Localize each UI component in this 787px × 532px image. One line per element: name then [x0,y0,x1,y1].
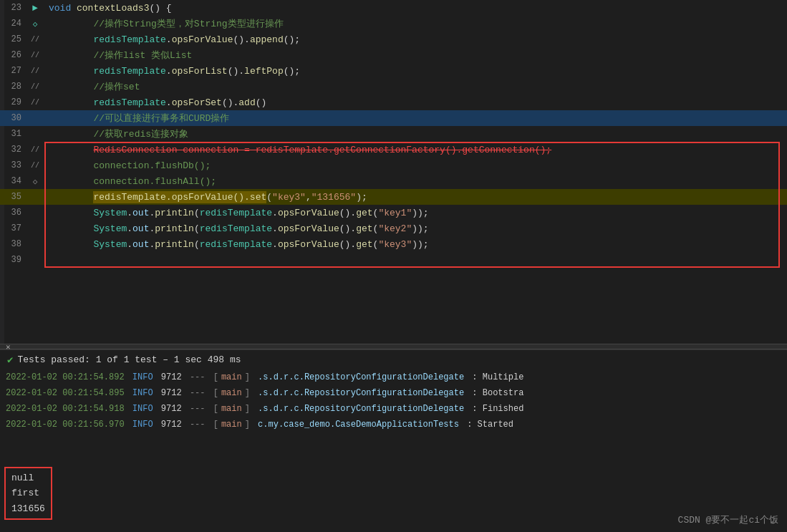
code-line: 32// RedisConnection connection = redisT… [0,142,787,158]
gutter-icon: // [27,36,43,44]
code-line: 39 [0,252,787,268]
result-output-box: nullfirst131656 [4,467,52,520]
gutter-icon: // [27,162,43,170]
tests-passed-label: Tests passed: 1 of 1 test – 1 sec 498 ms [17,354,241,365]
line-content: redisTemplate.opsForValue().append(); [43,34,787,45]
line-content: void contextLoads3() { [43,3,787,14]
line-content: System.out.println(redisTemplate.opsForV… [43,223,787,234]
console-area: 2022-01-02 00:21:54.892 INFO 9712 --- [m… [0,369,787,527]
line-content: //操作list 类似List [43,49,787,62]
line-content: //操作String类型，对String类型进行操作 [43,17,787,30]
line-content: connection.flushDb(); [43,160,787,171]
line-content: RedisConnection connection = redisTempla… [43,145,787,155]
gutter-icon: // [27,99,43,107]
code-line: 25// redisTemplate.opsForValue().append(… [0,32,787,47]
code-line: 38 System.out.println(redisTemplate.opsF… [0,236,787,252]
check-icon: ✔ [7,354,13,366]
code-line: 35 redisTemplate.opsForValue().set("key3… [0,189,787,205]
line-content: //可以直接进行事务和CURD操作 [43,112,787,125]
line-number: 26 [0,50,27,60]
line-number: 35 [0,192,27,202]
line-number: 25 [0,34,27,44]
gutter-icon: // [27,52,43,59]
code-line: 24◇ //操作String类型，对String类型进行操作 [0,16,787,32]
line-number: 38 [0,239,27,249]
code-line: 27// redisTemplate.opsForList().leftPop(… [0,63,787,79]
line-number: 39 [0,255,27,265]
console-log-line: 2022-01-02 00:21:56.970 INFO 9712 --- [m… [0,417,787,432]
code-line: 33// connection.flushDb(); [0,158,787,173]
result-line: null [11,470,45,485]
code-lines: 23►void contextLoads3() {24◇ //操作String类… [0,0,787,268]
line-number: 36 [0,208,27,218]
line-content: redisTemplate.opsForList().leftPop(); [43,66,787,77]
gutter-icon: // [27,146,43,154]
line-content: //操作set [43,80,787,93]
code-line: 31 //获取redis连接对象 [0,126,787,142]
line-number: 24 [0,19,27,29]
line-number: 28 [0,82,27,92]
line-number: 23 [0,3,27,13]
code-line: 37 System.out.println(redisTemplate.opsF… [0,221,787,236]
line-content: System.out.println(redisTemplate.opsForV… [43,208,787,218]
editor-console-divider: ✕ [0,344,787,349]
line-number: 32 [0,145,27,155]
gutter-icon: // [27,83,43,91]
watermark: CSDN @要不一起ci个饭 [678,513,778,526]
line-number: 31 [0,129,27,139]
line-number: 37 [0,223,27,233]
result-line: first [11,485,45,500]
tests-passed-bar: ✔ Tests passed: 1 of 1 test – 1 sec 498 … [0,349,787,369]
code-line: 30 //可以直接进行事务和CURD操作 [0,110,787,126]
code-line: 23►void contextLoads3() { [0,0,787,16]
line-number: 33 [0,160,27,170]
gutter-icon: ◇ [27,19,43,29]
console-log-line: 2022-01-02 00:21:54.918 INFO 9712 --- [m… [0,401,787,417]
code-line: 34◇ connection.flushAll(); [0,173,787,189]
line-content: //获取redis连接对象 [43,127,787,140]
gutter-icon: ► [27,3,43,14]
code-line: 29// redisTemplate.opsForSet().add() [0,95,787,110]
result-line: 131656 [11,501,45,516]
line-number: 30 [0,113,27,123]
line-content: redisTemplate.opsForSet().add() [43,97,787,108]
console-log-line: 2022-01-02 00:21:54.895 INFO 9712 --- [m… [0,385,787,401]
gutter-icon: // [27,67,43,75]
console-log-line: 2022-01-02 00:21:54.892 INFO 9712 --- [m… [0,369,787,385]
line-content: redisTemplate.opsForValue().set("key3","… [43,192,787,203]
code-line: 28// //操作set [0,79,787,95]
line-content: System.out.println(redisTemplate.opsForV… [43,239,787,250]
editor-area: 23►void contextLoads3() {24◇ //操作String类… [0,0,787,344]
gutter-icon: ◇ [27,177,43,186]
code-line: 26// //操作list 类似List [0,47,787,63]
line-number: 27 [0,66,27,76]
line-number: 34 [0,176,27,186]
line-number: 29 [0,97,27,107]
code-line: 36 System.out.println(redisTemplate.opsF… [0,205,787,221]
line-content: connection.flushAll(); [43,176,787,187]
